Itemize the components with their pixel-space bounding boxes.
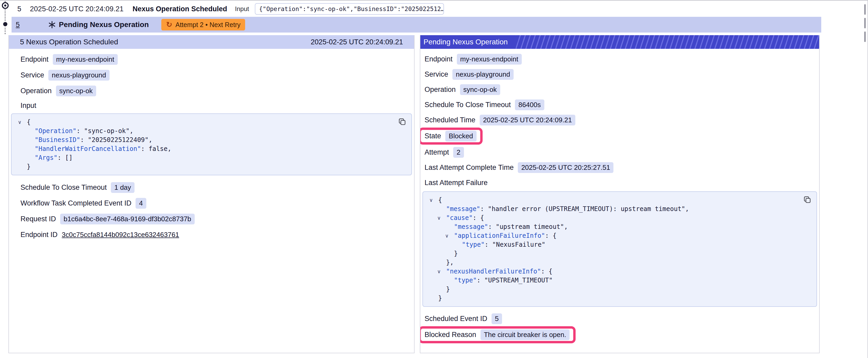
code-indent-spacer bbox=[26, 127, 35, 135]
event-detail-panel: 5 Nexus Operation Scheduled 2025-02-25 U… bbox=[8, 35, 414, 353]
field-value-badge: 4 bbox=[135, 198, 146, 209]
retry-icon: ↻ bbox=[166, 21, 172, 28]
code-line: "message": "upstream timeout", bbox=[454, 222, 568, 231]
field-group-bottom: Scheduled Event ID5Blocked ReasonThe cir… bbox=[423, 311, 817, 343]
collapse-chevron-icon[interactable]: ∨ bbox=[437, 267, 446, 276]
code-indent-spacer bbox=[26, 144, 35, 153]
pending-event-title: Pending Nexus Operation bbox=[59, 21, 149, 29]
code-line: "applicationFailureInfo": { bbox=[454, 231, 556, 240]
code-line: "Operation": "sync-op-ok", bbox=[35, 127, 133, 135]
event-row-pending-nexus-operation[interactable]: 5 Pending Nexus Operation ↻ Attempt 2 • … bbox=[11, 17, 821, 33]
retry-attempt-badge: ↻ Attempt 2 • Next Retry bbox=[161, 19, 245, 30]
field-row-attempt: Attempt2 bbox=[425, 144, 817, 160]
code-line: } bbox=[454, 249, 458, 258]
field-value-badge: my-nexus-endpoint bbox=[457, 54, 522, 65]
field-value-badge: sync-op-ok bbox=[460, 84, 500, 95]
collapse-chevron-icon[interactable]: ∨ bbox=[437, 214, 446, 222]
collapse-chevron-icon[interactable]: ∨ bbox=[445, 231, 454, 240]
field-row-last-attempt-complete-time: Last Attempt Complete Time2025-02-25 UTC… bbox=[425, 160, 817, 175]
code-indent-spacer bbox=[445, 276, 454, 285]
pending-operation-header: Pending Nexus Operation bbox=[420, 35, 819, 49]
field-row-schedule-to-close-timeout: Schedule To Close Timeout86400s bbox=[425, 97, 817, 112]
code-indent-spacer bbox=[18, 162, 27, 171]
scrollbar-thumb[interactable] bbox=[864, 32, 866, 42]
event-detail-header-time: 2025-02-25 UTC 20:24:09.21 bbox=[311, 38, 403, 46]
json-code: ∨{"Operation": "sync-op-ok","BusinessID"… bbox=[18, 118, 393, 171]
code-line: { bbox=[27, 118, 30, 127]
event-input-label: Input bbox=[235, 5, 249, 12]
copy-button[interactable] bbox=[398, 118, 407, 127]
field-value-badge: sync-op-ok bbox=[56, 86, 96, 96]
input-json-viewer: ∨{"Operation": "sync-op-ok","BusinessID"… bbox=[11, 113, 412, 175]
field-label: Scheduled Event ID bbox=[425, 315, 487, 323]
code-indent-spacer bbox=[445, 222, 454, 231]
field-group-bottom: Schedule To Close Timeout1 dayWorkflow T… bbox=[11, 180, 412, 242]
field-row-scheduled-time: Scheduled Time2025-02-25 UTC 20:24:09.21 bbox=[425, 112, 817, 128]
code-line: "Args": [] bbox=[35, 153, 73, 162]
code-line: } bbox=[446, 285, 450, 294]
event-detail-header: 5 Nexus Operation Scheduled 2025-02-25 U… bbox=[9, 35, 414, 49]
event-id-link[interactable]: 5 bbox=[16, 21, 28, 29]
code-line: { bbox=[438, 196, 442, 204]
event-start-marker-icon bbox=[2, 2, 9, 9]
field-label: Input bbox=[21, 102, 36, 110]
event-input-preview-chip[interactable]: {"Operation":"sync-op-ok","BusinessID":"… bbox=[255, 3, 444, 15]
field-value-badge: Blocked bbox=[445, 131, 476, 141]
field-label: Endpoint ID bbox=[21, 231, 58, 239]
code-indent-spacer bbox=[437, 285, 446, 294]
code-indent-spacer bbox=[445, 249, 454, 258]
field-row-schedule-to-close-timeout: Schedule To Close Timeout1 day bbox=[21, 180, 412, 195]
field-row-last-attempt-failure: Last Attempt Failure bbox=[425, 175, 817, 190]
field-label: State bbox=[425, 132, 441, 140]
field-value-badge: my-nexus-endpoint bbox=[53, 54, 118, 65]
field-row-blocked-reason: Blocked ReasonThe circuit breaker is ope… bbox=[425, 326, 817, 343]
event-title: Nexus Operation Scheduled bbox=[132, 5, 227, 13]
field-row-operation: Operationsync-op-ok bbox=[425, 82, 817, 97]
field-label: Schedule To Close Timeout bbox=[425, 101, 511, 109]
field-group-top: Endpointmy-nexus-endpointServicenexus-pl… bbox=[423, 52, 817, 175]
code-line: "message": "handler error (UPSTREAM_TIME… bbox=[446, 204, 689, 214]
field-label: Attempt bbox=[425, 148, 449, 156]
scrollbar-thumb[interactable] bbox=[864, 4, 866, 15]
field-row-endpoint: Endpointmy-nexus-endpoint bbox=[425, 52, 817, 67]
field-label: Operation bbox=[21, 87, 52, 95]
field-value-badge: b1c6a4bc-8ee7-468a-9169-df3b02c8737b bbox=[60, 214, 195, 224]
field-value-link[interactable]: 3c0c75ccfa8144b092c13ce632463761 bbox=[62, 231, 179, 239]
field-row-endpoint-id: Endpoint ID3c0c75ccfa8144b092c13ce632463… bbox=[21, 227, 412, 242]
field-row-operation: Operationsync-op-ok bbox=[21, 83, 412, 99]
field-row-scheduled-event-id: Scheduled Event ID5 bbox=[425, 311, 817, 326]
pending-asterisk-icon bbox=[48, 21, 56, 28]
field-row-service: Servicenexus-playground bbox=[425, 67, 817, 82]
event-row-nexus-operation-scheduled[interactable]: 5 2025-02-25 UTC 20:24:09.21 Nexus Opera… bbox=[0, 1, 857, 17]
annotation-highlight-box: Blocked ReasonThe circuit breaker is ope… bbox=[420, 326, 576, 343]
event-detail-header-title: 5 Nexus Operation Scheduled bbox=[20, 38, 118, 46]
event-detail-panels: 5 Nexus Operation Scheduled 2025-02-25 U… bbox=[8, 35, 820, 353]
code-indent-spacer bbox=[26, 153, 35, 162]
code-line: } bbox=[438, 294, 442, 303]
field-value-badge: 1 day bbox=[111, 182, 134, 193]
collapse-chevron-icon[interactable]: ∨ bbox=[429, 196, 438, 204]
field-row-request-id: Request IDb1c6a4bc-8ee7-468a-9169-df3b02… bbox=[21, 211, 412, 227]
code-line: }, bbox=[446, 258, 454, 267]
code-indent-spacer bbox=[453, 240, 462, 249]
json-code: ∨{"message": "handler error (UPSTREAM_TI… bbox=[429, 196, 798, 303]
code-line: } bbox=[27, 162, 30, 171]
field-label: Service bbox=[21, 71, 44, 79]
scrollbar-thumb[interactable] bbox=[864, 18, 866, 28]
code-line: "type": "UPSTREAM_TIMEOUT" bbox=[454, 276, 553, 285]
field-value-badge: 86400s bbox=[515, 99, 544, 110]
workflow-event-history-view: 5 2025-02-25 UTC 20:24:09.21 Nexus Opera… bbox=[0, 0, 868, 358]
copy-button[interactable] bbox=[803, 196, 812, 204]
field-value-badge: 2025-02-25 UTC 20:24:09.21 bbox=[480, 115, 575, 126]
collapse-chevron-icon[interactable]: ∨ bbox=[18, 118, 27, 127]
code-indent-spacer bbox=[429, 294, 438, 303]
code-indent-spacer bbox=[26, 135, 35, 144]
field-value-badge: 5 bbox=[492, 314, 502, 324]
event-id[interactable]: 5 bbox=[17, 5, 30, 13]
field-row-service: Servicenexus-playground bbox=[21, 67, 412, 83]
event-timestamp: 2025-02-25 UTC 20:24:09.21 bbox=[30, 5, 123, 13]
field-row-endpoint: Endpointmy-nexus-endpoint bbox=[21, 52, 412, 67]
field-value-badge: nexus-playground bbox=[453, 69, 514, 80]
code-line: "cause": { bbox=[446, 214, 484, 222]
code-line: "nexusHandlerFailureInfo": { bbox=[446, 267, 553, 276]
